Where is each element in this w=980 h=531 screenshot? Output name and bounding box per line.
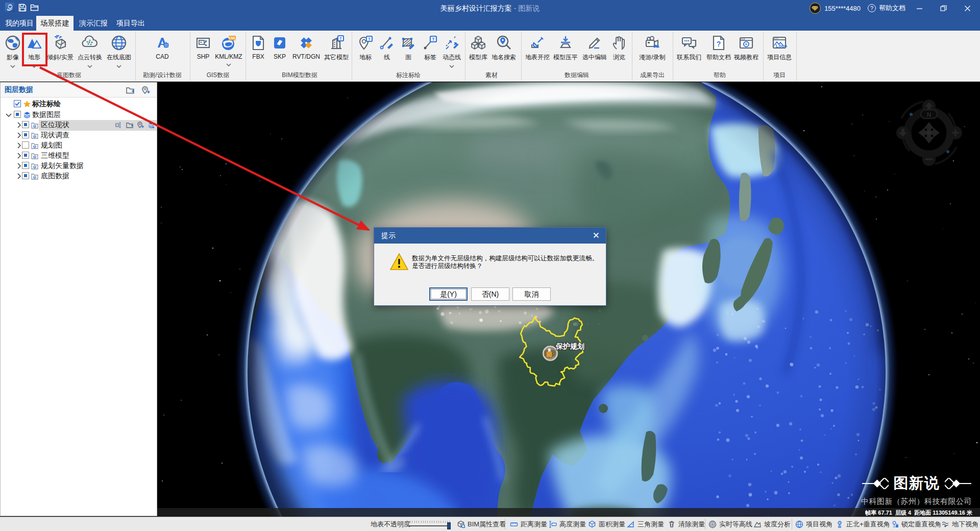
svg-text:N: N [927, 111, 932, 118]
svg-text:保护规划: 保护规划 [555, 342, 584, 350]
svg-text:Logo: Logo [776, 43, 787, 49]
svg-text:T: T [432, 37, 435, 42]
svg-text:KML: KML [228, 36, 236, 40]
svg-text:?: ? [717, 40, 721, 48]
svg-text:N: N [839, 521, 840, 524]
svg-text:T: T [368, 37, 371, 41]
svg-text:T: T [339, 36, 342, 41]
